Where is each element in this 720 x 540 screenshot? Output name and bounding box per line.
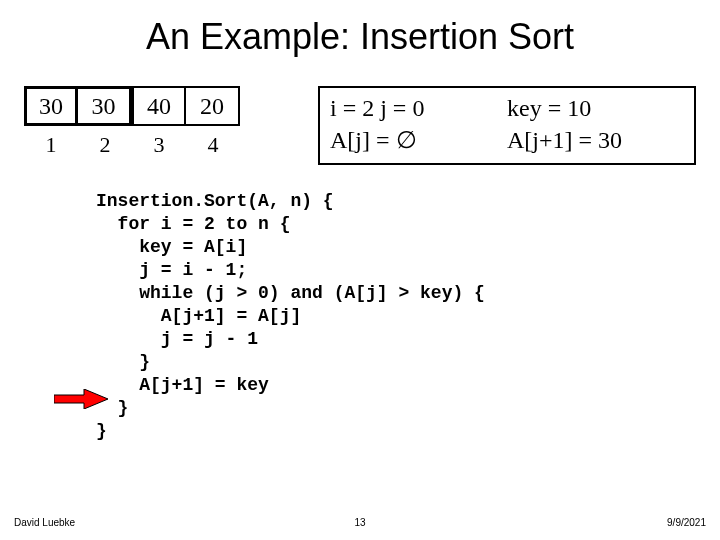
svg-marker-0 bbox=[54, 389, 108, 409]
array-cell: 30 bbox=[24, 86, 78, 126]
index-label: 1 bbox=[24, 132, 78, 158]
arrow-icon bbox=[54, 389, 108, 409]
state-key: key = 10 bbox=[507, 92, 684, 124]
array-block: 30 30 40 20 1 2 3 4 bbox=[24, 86, 240, 158]
state-box: i = 2 j = 0 key = 10 A[j] = ∅ A[j+1] = 3… bbox=[318, 86, 696, 165]
code-listing: Insertion.Sort(A, n) { for i = 2 to n { … bbox=[96, 190, 485, 443]
slide-title: An Example: Insertion Sort bbox=[0, 16, 720, 58]
array-cell: 20 bbox=[186, 86, 240, 126]
index-label: 4 bbox=[186, 132, 240, 158]
index-label: 2 bbox=[78, 132, 132, 158]
array-row: 30 30 40 20 bbox=[24, 86, 240, 126]
state-ij: i = 2 j = 0 bbox=[330, 92, 507, 124]
index-label: 3 bbox=[132, 132, 186, 158]
footer-page: 13 bbox=[0, 517, 720, 528]
index-row: 1 2 3 4 bbox=[24, 132, 240, 158]
state-aj1: A[j+1] = 30 bbox=[507, 124, 684, 156]
array-cell: 30 bbox=[78, 86, 132, 126]
array-cell: 40 bbox=[132, 86, 186, 126]
state-aj: A[j] = ∅ bbox=[330, 124, 507, 156]
